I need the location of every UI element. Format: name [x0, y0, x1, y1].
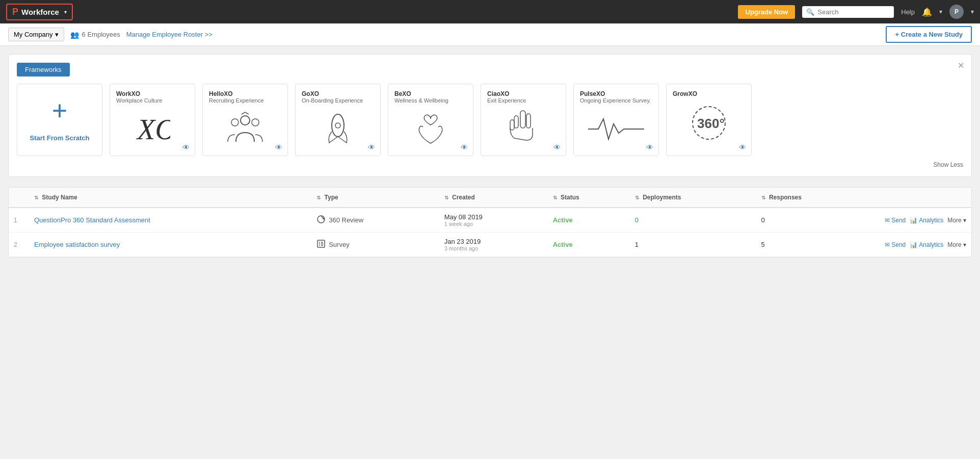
- sort-deployments-icon: ⇅: [635, 195, 639, 200]
- workforce-label: Workforce: [21, 8, 59, 16]
- row1-send-label: Send: [891, 217, 906, 224]
- row2-analytics-link[interactable]: 📊 Analytics: [910, 241, 943, 248]
- row1-more-button[interactable]: More ▾: [947, 217, 966, 224]
- my-company-button[interactable]: My Company ▾: [8, 28, 64, 41]
- row1-responses: 0: [761, 216, 765, 224]
- svg-point-3: [252, 119, 259, 126]
- main-content: Frameworks ✕ + Start From Scratch WorkXO…: [0, 46, 980, 266]
- row2-send-link[interactable]: ✉ Send: [885, 241, 906, 248]
- row1-responses-cell: 0: [756, 208, 869, 233]
- user-dropdown[interactable]: ▾: [971, 8, 974, 15]
- svg-rect-7: [526, 114, 531, 128]
- col-responses[interactable]: ⇅ Responses: [756, 188, 869, 208]
- row1-analytics-icon: 📊: [910, 217, 917, 224]
- close-frameworks-icon[interactable]: ✕: [958, 61, 964, 70]
- nav-right: Upgrade Now 🔍 Help 🔔 ▾ P ▾: [738, 5, 974, 19]
- framework-card-growxo[interactable]: GrowXO 360° 👁: [666, 84, 752, 156]
- row2-type-survey-icon: [316, 239, 326, 250]
- framework-card-scratch[interactable]: + Start From Scratch: [17, 84, 102, 156]
- pulsexo-icon: [580, 109, 652, 149]
- row2-type-label: Survey: [329, 241, 349, 248]
- row2-created-ago: 3 months ago: [444, 245, 543, 251]
- goxo-eye-icon[interactable]: 👁: [368, 143, 375, 151]
- svg-point-4: [332, 114, 344, 137]
- row1-send-link[interactable]: ✉ Send: [885, 217, 906, 224]
- helloxo-eye-icon[interactable]: 👁: [275, 143, 282, 151]
- col-created[interactable]: ⇅ Created: [439, 188, 548, 208]
- workforce-logo[interactable]: P Workforce ▾: [6, 4, 73, 20]
- pulsexo-title: PulseXO: [580, 90, 652, 97]
- svg-rect-8: [514, 116, 518, 128]
- ciaoxo-eye-icon[interactable]: 👁: [553, 143, 561, 151]
- sort-responses-icon: ⇅: [761, 195, 765, 200]
- row2-num: 2: [9, 233, 29, 257]
- growxo-eye-icon[interactable]: 👁: [739, 143, 746, 151]
- row1-study-link[interactable]: QuestionPro 360 Standard Assessment: [34, 216, 150, 224]
- upgrade-button[interactable]: Upgrade Now: [738, 5, 795, 19]
- bexo-subtitle: Wellness & Wellbeing: [394, 97, 467, 104]
- sub-nav-left: My Company ▾ 👥 6 Employees Manage Employ…: [8, 28, 213, 41]
- bell-icon[interactable]: 🔔: [922, 7, 932, 17]
- framework-card-bexo[interactable]: BeXO Wellness & Wellbeing 👁: [388, 84, 473, 156]
- row1-type-360-icon: [316, 215, 326, 226]
- row1-deployments-link[interactable]: 0: [635, 216, 639, 224]
- row1-actions-cell: ✉ Send 📊 Analytics More ▾: [869, 208, 971, 233]
- framework-card-helloxo[interactable]: HelloXO Recruiting Experience: [202, 84, 288, 156]
- col-type[interactable]: ⇅ Type: [311, 188, 439, 208]
- svg-point-2: [231, 119, 239, 126]
- helloxo-icon: [209, 109, 281, 149]
- workxo-title: WorkXO: [116, 90, 189, 97]
- frameworks-header: Frameworks: [17, 63, 963, 76]
- row1-name-cell: QuestionPro 360 Standard Assessment: [29, 208, 311, 233]
- ciaoxo-icon: [487, 109, 560, 149]
- growxo-icon: 360°: [673, 103, 745, 143]
- row1-send-icon: ✉: [885, 217, 890, 224]
- show-less-link[interactable]: Show Less: [17, 161, 963, 168]
- framework-card-pulsexo[interactable]: PulseXO Ongoing Experience Survey. 👁: [573, 84, 659, 156]
- row1-type-cell: 360 Review: [311, 208, 439, 233]
- col-deployments[interactable]: ⇅ Deployments: [630, 188, 756, 208]
- framework-card-workxo[interactable]: WorkXO Workplace Culture XO 👁: [110, 84, 195, 156]
- scratch-plus-icon: +: [23, 90, 96, 131]
- row2-type: Survey: [316, 239, 349, 250]
- svg-rect-9: [510, 120, 514, 130]
- row2-send-label: Send: [891, 241, 906, 248]
- studies-table: ⇅ Study Name ⇅ Type ⇅ Created ⇅ Status: [8, 187, 972, 258]
- nav-left: P Workforce ▾: [6, 4, 73, 20]
- table-row: 2 Employee satisfaction survey: [9, 233, 971, 257]
- manage-roster-link[interactable]: Manage Employee Roster >>: [126, 31, 213, 38]
- sort-study-name-icon: ⇅: [34, 195, 38, 200]
- bell-dropdown[interactable]: ▾: [939, 8, 942, 15]
- workxo-subtitle: Workplace Culture: [116, 97, 189, 104]
- workxo-icon: XO: [116, 109, 189, 149]
- scratch-label: Start From Scratch: [23, 134, 96, 142]
- frameworks-button[interactable]: Frameworks: [17, 63, 70, 76]
- row2-actions-cell: ✉ Send 📊 Analytics More ▾: [869, 233, 971, 257]
- framework-card-ciaoxo[interactable]: CiaoXO Exit Experience 👁: [481, 84, 566, 156]
- row1-analytics-link[interactable]: 📊 Analytics: [910, 217, 943, 224]
- workxo-eye-icon[interactable]: 👁: [182, 143, 190, 151]
- row2-study-link[interactable]: Employee satisfaction survey: [34, 241, 120, 248]
- row2-type-cell: Survey: [311, 233, 439, 257]
- col-status[interactable]: ⇅ Status: [548, 188, 630, 208]
- row2-created-date: Jan 23 2019: [444, 238, 543, 245]
- create-study-button[interactable]: + Create a New Study: [886, 26, 972, 43]
- svg-point-5: [335, 123, 340, 128]
- col-study-name[interactable]: ⇅ Study Name: [29, 188, 311, 208]
- help-link[interactable]: Help: [901, 8, 915, 16]
- svg-rect-6: [520, 111, 525, 128]
- row2-name-cell: Employee satisfaction survey: [29, 233, 311, 257]
- col-num: [9, 188, 29, 208]
- search-box[interactable]: 🔍: [802, 6, 894, 18]
- employee-count: 6 Employees: [82, 31, 120, 38]
- bexo-eye-icon[interactable]: 👁: [461, 143, 468, 151]
- search-input[interactable]: [817, 8, 890, 16]
- row2-more-label: More: [947, 241, 961, 248]
- table-row: 1 QuestionPro 360 Standard Assessment: [9, 208, 971, 233]
- pulsexo-eye-icon[interactable]: 👁: [646, 143, 653, 151]
- user-avatar[interactable]: P: [949, 5, 964, 19]
- framework-card-goxo[interactable]: GoXO On-Boarding Experience 👁: [295, 84, 381, 156]
- row2-analytics-icon: 📊: [910, 241, 917, 248]
- row2-more-button[interactable]: More ▾: [947, 241, 966, 248]
- row1-analytics-label: Analytics: [919, 217, 943, 224]
